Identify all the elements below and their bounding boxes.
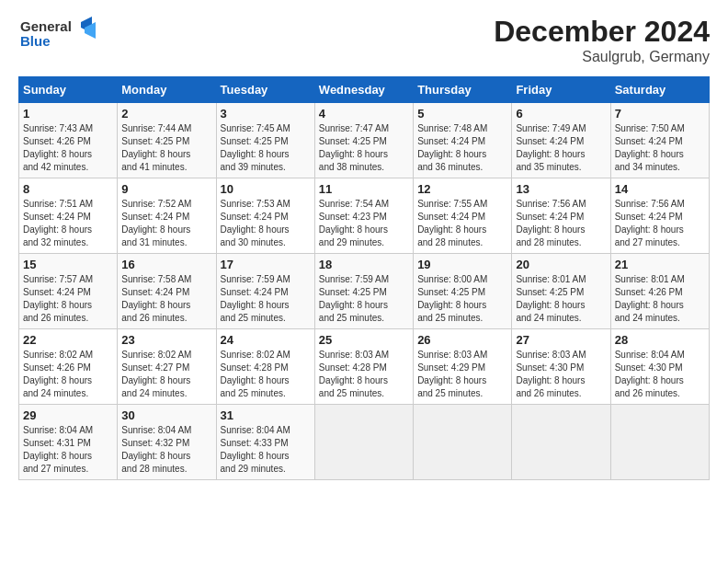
day-info: Sunrise: 8:04 AMSunset: 4:30 PMDaylight:… [615,349,705,400]
col-tuesday: Tuesday [216,77,314,103]
table-row: 20Sunrise: 8:01 AMSunset: 4:25 PMDayligh… [512,254,610,329]
header-row: Sunday Monday Tuesday Wednesday Thursday… [19,77,710,103]
col-monday: Monday [118,77,216,103]
week-row-1: 1Sunrise: 7:43 AMSunset: 4:26 PMDaylight… [19,103,710,178]
col-wednesday: Wednesday [314,77,413,103]
day-number: 4 [319,107,409,121]
day-info: Sunrise: 7:54 AMSunset: 4:23 PMDaylight:… [319,198,409,249]
calendar-subtitle: Saulgrub, Germany [494,49,710,65]
day-number: 9 [121,182,211,196]
day-info: Sunrise: 7:55 AMSunset: 4:24 PMDaylight:… [417,198,507,249]
table-row: 13Sunrise: 7:56 AMSunset: 4:24 PMDayligh… [512,178,610,254]
day-number: 23 [121,333,211,347]
day-info: Sunrise: 8:00 AMSunset: 4:25 PMDaylight:… [417,273,507,325]
table-row: 21Sunrise: 8:01 AMSunset: 4:26 PMDayligh… [610,254,709,329]
col-sunday: Sunday [19,77,118,103]
table-row [610,405,709,480]
day-info: Sunrise: 8:04 AMSunset: 4:33 PMDaylight:… [221,424,311,476]
week-row-5: 29Sunrise: 8:04 AMSunset: 4:31 PMDayligh… [19,405,710,480]
table-row: 10Sunrise: 7:53 AMSunset: 4:24 PMDayligh… [216,178,314,254]
day-info: Sunrise: 7:45 AMSunset: 4:25 PMDaylight:… [221,122,311,174]
title-block: December 2024 Saulgrub, Germany [494,15,710,65]
day-info: Sunrise: 7:56 AMSunset: 4:24 PMDaylight:… [615,198,705,249]
day-info: Sunrise: 7:57 AMSunset: 4:24 PMDaylight:… [23,273,113,325]
day-number: 21 [615,258,705,271]
day-info: Sunrise: 7:50 AMSunset: 4:24 PMDaylight:… [615,122,705,174]
day-number: 18 [319,258,409,271]
day-info: Sunrise: 8:04 AMSunset: 4:31 PMDaylight:… [23,424,113,476]
day-number: 22 [23,333,113,347]
col-saturday: Saturday [610,77,709,103]
day-number: 8 [23,182,113,196]
day-number: 27 [516,333,606,347]
day-number: 14 [615,182,705,196]
day-number: 24 [221,333,311,347]
week-row-3: 15Sunrise: 7:57 AMSunset: 4:24 PMDayligh… [19,254,710,329]
table-row: 4Sunrise: 7:47 AMSunset: 4:25 PMDaylight… [314,103,413,178]
table-row: 8Sunrise: 7:51 AMSunset: 4:24 PMDaylight… [19,178,118,254]
day-number: 26 [417,333,507,347]
day-info: Sunrise: 7:59 AMSunset: 4:24 PMDaylight:… [221,273,311,325]
day-info: Sunrise: 7:52 AMSunset: 4:24 PMDaylight:… [121,198,211,249]
table-row: 17Sunrise: 7:59 AMSunset: 4:24 PMDayligh… [216,254,314,329]
day-number: 3 [221,107,311,121]
table-row: 18Sunrise: 7:59 AMSunset: 4:25 PMDayligh… [314,254,413,329]
day-info: Sunrise: 8:03 AMSunset: 4:28 PMDaylight:… [319,349,409,400]
day-number: 13 [516,182,606,196]
day-number: 17 [221,258,311,271]
day-number: 30 [121,408,211,422]
table-row: 12Sunrise: 7:55 AMSunset: 4:24 PMDayligh… [414,178,512,254]
day-number: 15 [23,258,113,271]
day-info: Sunrise: 8:02 AMSunset: 4:28 PMDaylight:… [221,349,311,400]
day-number: 16 [121,258,211,271]
table-row: 1Sunrise: 7:43 AMSunset: 4:26 PMDaylight… [19,103,118,178]
day-info: Sunrise: 7:58 AMSunset: 4:24 PMDaylight:… [121,273,211,325]
table-row: 2Sunrise: 7:44 AMSunset: 4:25 PMDaylight… [118,103,216,178]
day-info: Sunrise: 8:01 AMSunset: 4:26 PMDaylight:… [615,273,705,325]
day-info: Sunrise: 8:03 AMSunset: 4:29 PMDaylight:… [417,349,507,400]
day-info: Sunrise: 8:01 AMSunset: 4:25 PMDaylight:… [516,273,606,325]
day-info: Sunrise: 7:53 AMSunset: 4:24 PMDaylight:… [221,198,311,249]
day-info: Sunrise: 8:04 AMSunset: 4:32 PMDaylight:… [121,424,211,476]
day-info: Sunrise: 7:49 AMSunset: 4:24 PMDaylight:… [516,122,606,174]
table-row: 29Sunrise: 8:04 AMSunset: 4:31 PMDayligh… [19,405,118,480]
svg-text:General: General [20,18,72,34]
table-row: 19Sunrise: 8:00 AMSunset: 4:25 PMDayligh… [414,254,512,329]
table-row: 25Sunrise: 8:03 AMSunset: 4:28 PMDayligh… [314,329,413,405]
day-number: 10 [221,182,311,196]
calendar-title: December 2024 [494,15,710,49]
table-row: 9Sunrise: 7:52 AMSunset: 4:24 PMDaylight… [118,178,216,254]
table-row: 24Sunrise: 8:02 AMSunset: 4:28 PMDayligh… [216,329,314,405]
day-info: Sunrise: 7:47 AMSunset: 4:25 PMDaylight:… [319,122,409,174]
table-row: 30Sunrise: 8:04 AMSunset: 4:32 PMDayligh… [118,405,216,480]
table-row [314,405,413,480]
day-info: Sunrise: 7:59 AMSunset: 4:25 PMDaylight:… [319,273,409,325]
day-number: 20 [516,258,606,271]
day-number: 7 [615,107,705,121]
day-number: 2 [121,107,211,121]
table-row [414,405,512,480]
main-container: General Blue December 2024 Saulgrub, Ger… [0,0,728,489]
calendar-table: Sunday Monday Tuesday Wednesday Thursday… [18,76,710,480]
day-info: Sunrise: 8:02 AMSunset: 4:26 PMDaylight:… [23,349,113,400]
day-number: 28 [615,333,705,347]
header: General Blue December 2024 Saulgrub, Ger… [18,15,710,65]
table-row: 22Sunrise: 8:02 AMSunset: 4:26 PMDayligh… [19,329,118,405]
table-row: 27Sunrise: 8:03 AMSunset: 4:30 PMDayligh… [512,329,610,405]
table-row: 28Sunrise: 8:04 AMSunset: 4:30 PMDayligh… [610,329,709,405]
day-number: 11 [319,182,409,196]
table-row [512,405,610,480]
day-number: 31 [221,408,311,422]
table-row: 5Sunrise: 7:48 AMSunset: 4:24 PMDaylight… [414,103,512,178]
col-friday: Friday [512,77,610,103]
table-row: 3Sunrise: 7:45 AMSunset: 4:25 PMDaylight… [216,103,314,178]
table-row: 6Sunrise: 7:49 AMSunset: 4:24 PMDaylight… [512,103,610,178]
svg-text:Blue: Blue [20,33,51,49]
week-row-2: 8Sunrise: 7:51 AMSunset: 4:24 PMDaylight… [19,178,710,254]
day-info: Sunrise: 7:56 AMSunset: 4:24 PMDaylight:… [516,198,606,249]
table-row: 23Sunrise: 8:02 AMSunset: 4:27 PMDayligh… [118,329,216,405]
day-number: 1 [23,107,113,121]
table-row: 31Sunrise: 8:04 AMSunset: 4:33 PMDayligh… [216,405,314,480]
day-number: 19 [417,258,507,271]
table-row: 16Sunrise: 7:58 AMSunset: 4:24 PMDayligh… [118,254,216,329]
